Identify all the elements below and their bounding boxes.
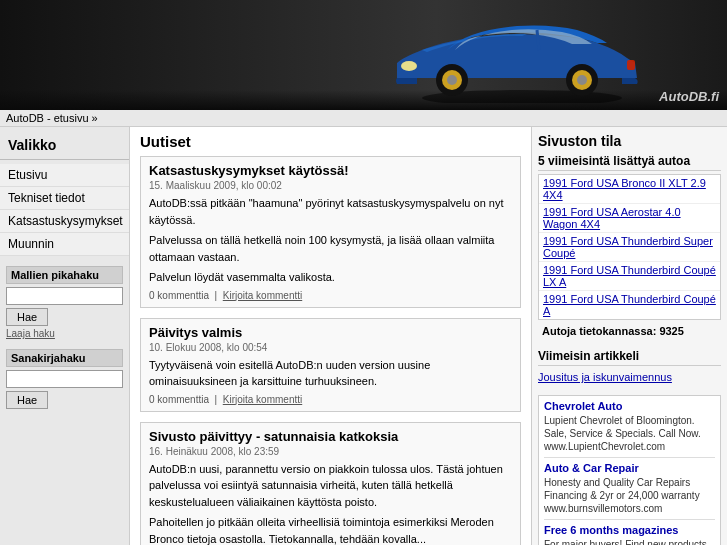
news-body1-1: AutoDB:ssä pitkään "haamuna" pyörinyt ka… <box>149 195 512 228</box>
ad-body-3: For major buyers! Find new products from… <box>544 538 715 545</box>
mallien-search-box: Mallien pikahaku Hae Laaja haku <box>6 266 123 339</box>
sidebar-title: Valikko <box>0 133 129 160</box>
sanakirja-search-button[interactable]: Hae <box>6 391 48 409</box>
news-date-3: 16. Heinäkuu 2008, klo 23:59 <box>149 446 512 457</box>
header-car <box>367 8 667 103</box>
news-comments-1: 0 kommenttia <box>149 290 209 301</box>
news-body1-3: AutoDB:n uusi, parannettu versio on piak… <box>149 461 512 511</box>
news-item-2: Päivitys valmis 10. Elokuu 2008, klo 00:… <box>140 318 521 412</box>
car-count-value: 9325 <box>659 325 683 337</box>
header-logo: AutoDB.fi <box>659 89 719 104</box>
right-sidebar: Sivuston tila 5 viimeisintä lisättyä aut… <box>532 127 727 545</box>
ad-box: Chevrolet Auto Lupient Chevrolet of Bloo… <box>538 395 721 545</box>
sidebar: Valikko Etusivu Tekniset tiedot Katsastu… <box>0 127 130 545</box>
svg-point-7 <box>577 75 587 85</box>
car-count-label: Autoja tietokannassa: <box>542 325 656 337</box>
sidebar-item-tekniset[interactable]: Tekniset tiedot <box>0 187 129 210</box>
car-count: Autoja tietokannassa: 9325 <box>538 323 721 339</box>
news-body2-1: Palvelussa on tällä hetkellä noin 100 ky… <box>149 232 512 265</box>
news-write-comment-1[interactable]: Kirjoita kommentti <box>223 290 302 301</box>
news-date-2: 10. Elokuu 2008, klo 00:54 <box>149 342 512 353</box>
car-list-item[interactable]: 1991 Ford USA Aerostar 4.0 Wagon 4X4 <box>539 204 720 233</box>
mallien-search-label: Mallien pikahaku <box>6 266 123 284</box>
car-list: 1991 Ford USA Bronco II XLT 2.9 4X4 1991… <box>538 174 721 320</box>
svg-line-1 <box>537 30 539 50</box>
breadcrumb: AutoDB - etusivu » <box>0 110 727 127</box>
right-title: Sivuston tila <box>538 133 721 149</box>
recent-cars-title: 5 viimeisintä lisättyä autoa <box>538 154 721 171</box>
news-item-3: Sivusto päivittyy - satunnaisia katkoksi… <box>140 422 521 546</box>
sanakirja-search-label: Sanakirjahaku <box>6 349 123 367</box>
viimeisin-section: Viimeisin artikkeli Jousitus ja iskunvai… <box>538 349 721 385</box>
svg-point-8 <box>401 61 417 71</box>
news-title-2: Päivitys valmis <box>149 325 512 340</box>
header: AutoDB.fi <box>0 0 727 110</box>
car-list-item[interactable]: 1991 Ford USA Thunderbird Coupé LX A <box>539 262 720 291</box>
news-title-1: Katsastuskysymykset käytössä! <box>149 163 512 178</box>
sidebar-item-muunnin[interactable]: Muunnin <box>0 233 129 256</box>
svg-rect-9 <box>627 60 635 70</box>
car-list-item[interactable]: 1991 Ford USA Bronco II XLT 2.9 4X4 <box>539 175 720 204</box>
news-write-comment-2[interactable]: Kirjoita kommentti <box>223 394 302 405</box>
car-list-item[interactable]: 1991 Ford USA Thunderbird Coupé A <box>539 291 720 319</box>
news-body2-3: Pahoitellen jo pitkään olleita virheelli… <box>149 514 512 545</box>
news-footer-2: 0 kommenttia | Kirjoita kommentti <box>149 394 512 405</box>
mallien-search-input[interactable] <box>6 287 123 305</box>
news-item-1: Katsastuskysymykset käytössä! 15. Maalis… <box>140 156 521 308</box>
ad-body-1: Lupient Chevrolet of Bloomington. Sale, … <box>544 414 715 453</box>
news-footer-1: 0 kommenttia | Kirjoita kommentti <box>149 290 512 301</box>
viimeisin-title: Viimeisin artikkeli <box>538 349 721 366</box>
news-title-3: Sivusto päivittyy - satunnaisia katkoksi… <box>149 429 512 444</box>
laaja-haku-link[interactable]: Laaja haku <box>6 328 123 339</box>
ad-title-3[interactable]: Free 6 months magazines <box>544 524 715 536</box>
news-body3-1: Palvelun löydät vasemmalta valikosta. <box>149 269 512 286</box>
main-content: Uutiset Katsastuskysymykset käytössä! 15… <box>130 127 532 545</box>
ad-body-2: Honesty and Quality Car Repairs Financin… <box>544 476 715 515</box>
viimeisin-item[interactable]: Jousitus ja iskunvaimennus <box>538 369 721 385</box>
news-comments-2: 0 kommenttia <box>149 394 209 405</box>
sanakirja-search-box: Sanakirjahaku Hae <box>6 349 123 409</box>
sidebar-item-etusivu[interactable]: Etusivu <box>0 164 129 187</box>
ad-title-2[interactable]: Auto & Car Repair <box>544 462 715 474</box>
car-list-item[interactable]: 1991 Ford USA Thunderbird Super Coupé <box>539 233 720 262</box>
svg-point-4 <box>447 75 457 85</box>
main-layout: Valikko Etusivu Tekniset tiedot Katsastu… <box>0 127 727 545</box>
mallien-search-button[interactable]: Hae <box>6 308 48 326</box>
main-title: Uutiset <box>140 133 521 150</box>
sanakirja-search-input[interactable] <box>6 370 123 388</box>
recent-cars-section: 5 viimeisintä lisättyä autoa 1991 Ford U… <box>538 154 721 339</box>
ad-title-1[interactable]: Chevrolet Auto <box>544 400 715 412</box>
news-date-1: 15. Maaliskuu 2009, klo 00:02 <box>149 180 512 191</box>
news-body1-2: Tyytyväisenä voin esitellä AutoDB:n uude… <box>149 357 512 390</box>
sidebar-item-katsastus[interactable]: Katsastuskysymykset <box>0 210 129 233</box>
